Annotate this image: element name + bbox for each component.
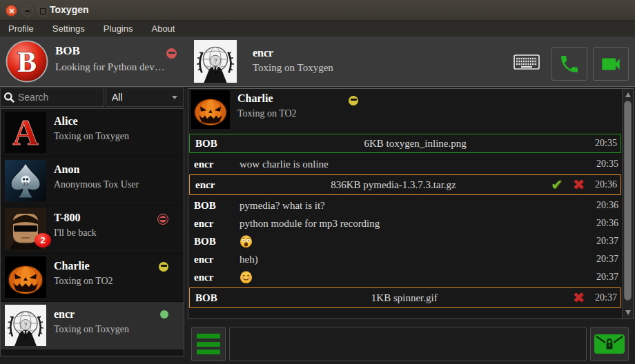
avatar-anon bbox=[5, 160, 46, 201]
message-list: BOB 6KB toxygen_inline.png 20:35 encr wo… bbox=[188, 132, 622, 310]
message-time: 20:37 bbox=[596, 254, 618, 265]
menu-plugins[interactable]: Plugins bbox=[104, 23, 133, 34]
message-time: 20:36 bbox=[596, 200, 618, 211]
svg-text:B: B bbox=[17, 46, 37, 78]
menu-about[interactable]: About bbox=[151, 23, 175, 34]
scroll-down-arrow-icon[interactable] bbox=[625, 310, 631, 315]
topbar: B BOB Looking for Python dev… ? bbox=[0, 37, 635, 87]
message-text: heh) bbox=[240, 254, 591, 265]
message-sender: encr bbox=[194, 254, 240, 265]
message-text: python module for mp3 recording bbox=[240, 218, 591, 230]
contact-name: encr bbox=[54, 308, 75, 321]
scrollbar-thumb[interactable] bbox=[624, 101, 632, 301]
svg-text:?: ? bbox=[24, 321, 28, 329]
audio-call-button[interactable] bbox=[551, 47, 587, 81]
avatar-alice: A bbox=[5, 112, 46, 153]
contact-name: T-800 bbox=[54, 212, 81, 224]
contact-row-alice[interactable]: A Alice Toxing on Toxygen bbox=[1, 109, 184, 157]
send-encrypted-envelope-icon bbox=[594, 333, 625, 355]
search-box bbox=[0, 88, 104, 107]
message-sender: encr bbox=[194, 218, 240, 230]
message-file-transfer: BOB 6KB toxygen_inline.png 20:35 bbox=[189, 134, 621, 153]
message-sender: BOB bbox=[194, 236, 240, 247]
self-avatar[interactable]: B bbox=[6, 40, 48, 83]
menu-settings[interactable]: Settings bbox=[52, 23, 85, 34]
active-friend-status-message: Toxing on Toxygen bbox=[253, 62, 333, 74]
contact-filter-dropdown[interactable]: All bbox=[106, 88, 184, 107]
maximize-button[interactable] bbox=[37, 5, 48, 17]
message-time: 20:36 bbox=[595, 179, 617, 190]
send-message-button[interactable] bbox=[590, 327, 629, 361]
contact-row-t800[interactable]: T-800 I'll be back 2 bbox=[1, 205, 184, 254]
contact-row-anon[interactable]: Anon Anonymous Tox User bbox=[1, 157, 184, 205]
message-sender: encr bbox=[194, 272, 240, 283]
message-time: 20:35 bbox=[595, 138, 617, 149]
message-time: 20:37 bbox=[596, 236, 618, 247]
contact-status-message: Toxing on TO2 bbox=[54, 276, 113, 287]
file-transfer-label: 1KB spinner.gif bbox=[241, 292, 568, 304]
contact-list: A Alice Toxing on Toxygen bbox=[0, 108, 184, 356]
contact-status-message: I'll be back bbox=[54, 228, 97, 239]
message-sender: BOB bbox=[195, 292, 241, 304]
keyboard-icon[interactable] bbox=[514, 54, 540, 70]
message-sender: encr bbox=[195, 179, 241, 191]
contact-row-encr[interactable]: ? encr Toxing on Toxygen bbox=[1, 302, 184, 350]
chat-header-away-icon bbox=[349, 96, 358, 105]
contact-status-online-icon bbox=[160, 310, 168, 318]
decline-file-icon[interactable]: ✖ bbox=[573, 291, 585, 305]
message-input[interactable] bbox=[229, 327, 587, 361]
message-time: 20:36 bbox=[596, 218, 618, 229]
message-time: 20:35 bbox=[596, 159, 618, 170]
message-sender: BOB bbox=[194, 200, 240, 212]
file-transfer-label: 836KB pymedia-1.3.7.3.tar.gz bbox=[241, 179, 546, 191]
message-text: wow charlie is online bbox=[240, 159, 591, 170]
contact-row-charlie[interactable]: Charlie Toxing on TO2 bbox=[1, 254, 184, 302]
video-call-button[interactable] bbox=[593, 47, 629, 81]
hamburger-icon bbox=[197, 334, 220, 338]
message-row: encr wow charlie is online 20:35 bbox=[188, 155, 622, 173]
titlebar: Toxygen bbox=[0, 0, 635, 21]
contact-name: Anon bbox=[54, 163, 79, 176]
phone-icon bbox=[558, 53, 580, 75]
scroll-up-arrow-icon[interactable] bbox=[625, 92, 631, 97]
accept-file-icon[interactable]: ✔ bbox=[551, 178, 563, 192]
contact-status-message: Anonymous Tox User bbox=[54, 179, 139, 190]
svg-text:A: A bbox=[12, 113, 39, 152]
avatar-encr: ? bbox=[5, 305, 46, 346]
search-icon bbox=[3, 92, 15, 103]
svg-text:?: ? bbox=[214, 57, 217, 65]
chat-menu-button[interactable] bbox=[191, 327, 226, 361]
message-file-transfer: BOB 1KB spinner.gif ✖ 20:37 bbox=[189, 287, 621, 308]
window-title: Toxygen bbox=[50, 4, 89, 15]
self-status-message: Looking for Python dev… bbox=[55, 61, 165, 73]
contact-name: Alice bbox=[54, 115, 78, 128]
decline-file-icon[interactable]: ✖ bbox=[573, 178, 585, 192]
message-row-emoji: BOB 20:37 bbox=[188, 232, 622, 250]
chat-header: Charlie Toxing on TO2 bbox=[188, 89, 622, 130]
self-name: BOB bbox=[55, 44, 80, 58]
chat-header-status-message: Toxing on TO2 bbox=[237, 108, 297, 119]
menu-profile[interactable]: Profile bbox=[8, 23, 34, 34]
message-time: 20:37 bbox=[596, 272, 618, 283]
message-row-emoji: encr 20:37 bbox=[188, 268, 622, 286]
chat-scrollbar[interactable] bbox=[622, 89, 633, 318]
close-button[interactable] bbox=[6, 5, 17, 17]
toxygen-window: Toxygen Profile Settings Plugins About B… bbox=[0, 0, 635, 364]
message-sender: encr bbox=[194, 159, 240, 170]
chat-header-name: Charlie bbox=[237, 92, 273, 105]
minimize-button[interactable] bbox=[21, 5, 33, 17]
message-text: pymedia? what is it? bbox=[240, 200, 591, 212]
message-row: encr heh) 20:37 bbox=[188, 250, 622, 268]
message-sender: BOB bbox=[195, 138, 241, 150]
chat-header-avatar-charlie bbox=[191, 90, 230, 129]
video-camera-icon bbox=[599, 52, 623, 76]
search-input[interactable] bbox=[18, 92, 101, 103]
file-transfer-label: 6KB toxygen_inline.png bbox=[241, 138, 589, 150]
chevron-down-icon bbox=[172, 96, 177, 99]
menubar: Profile Settings Plugins About bbox=[0, 21, 635, 37]
contact-name: Charlie bbox=[54, 260, 90, 272]
contact-filter-value: All bbox=[112, 92, 172, 103]
self-status-busy-icon[interactable] bbox=[166, 48, 177, 59]
message-time: 20:37 bbox=[595, 292, 617, 303]
active-friend-name: encr bbox=[253, 47, 273, 59]
